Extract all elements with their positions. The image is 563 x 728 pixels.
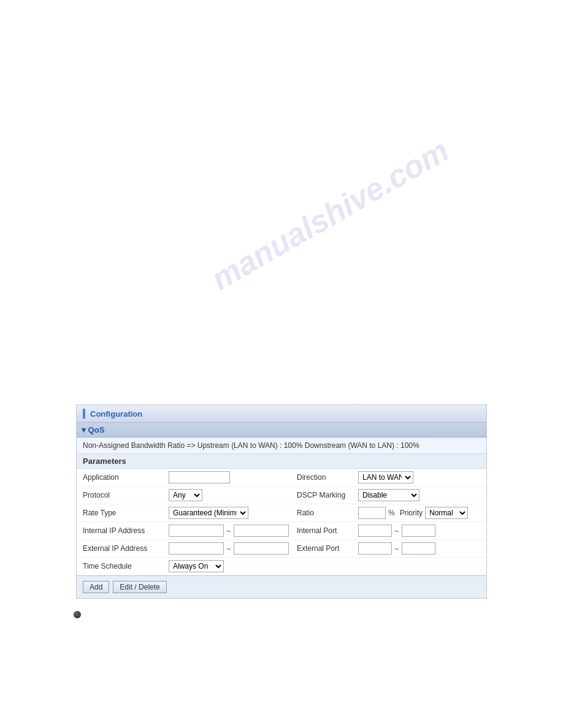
priority-select[interactable]: Normal (425, 507, 468, 519)
header-accent-bar (83, 409, 85, 419)
priority-label: Priority (400, 509, 423, 517)
internal-ip-to[interactable] (234, 525, 289, 537)
protocol-select[interactable]: Any (169, 489, 202, 501)
qos-section: ▾ QoS Non-Assigned Bandwidth Ratio => Up… (77, 423, 486, 598)
external-ip-row: External IP Address ~ External Port ~ (77, 540, 486, 558)
external-port-tilde: ~ (394, 544, 399, 553)
protocol-row: Protocol Any DSCP Marking Disable (77, 487, 486, 504)
direction-select[interactable]: LAN to WAN (358, 471, 413, 483)
internal-port-to[interactable] (402, 525, 435, 537)
config-header: Configuration (77, 405, 486, 423)
external-ip-to[interactable] (234, 542, 289, 555)
button-row: Add Edit / Delete (77, 575, 486, 598)
external-ip-tilde: ~ (226, 544, 231, 553)
internal-port-tilde: ~ (394, 526, 399, 536)
rate-type-label: Rate Type (83, 509, 169, 517)
application-label: Application (83, 473, 169, 482)
direction-label: Direction (291, 473, 358, 482)
add-button[interactable]: Add (83, 581, 109, 593)
dscp-label: DSCP Marking (291, 491, 358, 499)
ratio-label: Ratio (291, 509, 358, 517)
internal-port-label: Internal Port (291, 526, 358, 535)
protocol-input-cell: Any (169, 489, 291, 501)
bullet-icon (74, 611, 81, 618)
time-schedule-row: Time Schedule Always On (77, 558, 486, 575)
application-input[interactable] (169, 471, 230, 483)
config-box: Configuration ▾ QoS Non-Assigned Bandwid… (76, 404, 487, 599)
bandwidth-info: Non-Assigned Bandwidth Ratio => Upstream… (77, 438, 486, 454)
external-port-to[interactable] (402, 542, 435, 555)
time-schedule-input-cell: Always On (169, 560, 480, 572)
rate-type-row: Rate Type Guaranteed (Minimum) Ratio % P… (77, 504, 486, 522)
time-schedule-label: Time Schedule (83, 562, 169, 571)
internal-ip-input-cell: ~ (169, 525, 291, 537)
external-ip-input-cell: ~ (169, 542, 291, 555)
qos-title: ▾ QoS (82, 425, 104, 434)
dscp-select[interactable]: Disable (358, 489, 419, 501)
qos-title-bar: ▾ QoS (77, 423, 486, 438)
edit-delete-button[interactable]: Edit / Delete (113, 581, 166, 593)
application-row: Application Direction LAN to WAN (77, 469, 486, 487)
params-label: Parameters (77, 454, 486, 469)
internal-port-input-cell: ~ (358, 525, 480, 537)
direction-input-cell: LAN to WAN (358, 471, 480, 483)
internal-ip-label: Internal IP Address (83, 526, 169, 535)
rate-type-select[interactable]: Guaranteed (Minimum) (169, 507, 248, 519)
internal-ip-tilde: ~ (226, 526, 231, 536)
application-input-cell (169, 471, 291, 483)
internal-port-from[interactable] (358, 525, 392, 537)
external-port-from[interactable] (358, 542, 392, 555)
config-title: Configuration (90, 409, 142, 419)
time-schedule-select[interactable]: Always On (169, 560, 224, 572)
protocol-label: Protocol (83, 491, 169, 499)
percent-sign: % (388, 509, 395, 517)
external-ip-from[interactable] (169, 542, 224, 555)
external-ip-label: External IP Address (83, 544, 169, 553)
internal-ip-from[interactable] (169, 525, 224, 537)
ratio-input[interactable] (358, 507, 386, 519)
ratio-input-cell: % Priority Normal (358, 507, 480, 519)
dscp-input-cell: Disable (358, 489, 480, 501)
internal-ip-row: Internal IP Address ~ Internal Port ~ (77, 522, 486, 540)
rate-type-input-cell: Guaranteed (Minimum) (169, 507, 291, 519)
external-port-input-cell: ~ (358, 542, 480, 555)
external-port-label: External Port (291, 544, 358, 553)
